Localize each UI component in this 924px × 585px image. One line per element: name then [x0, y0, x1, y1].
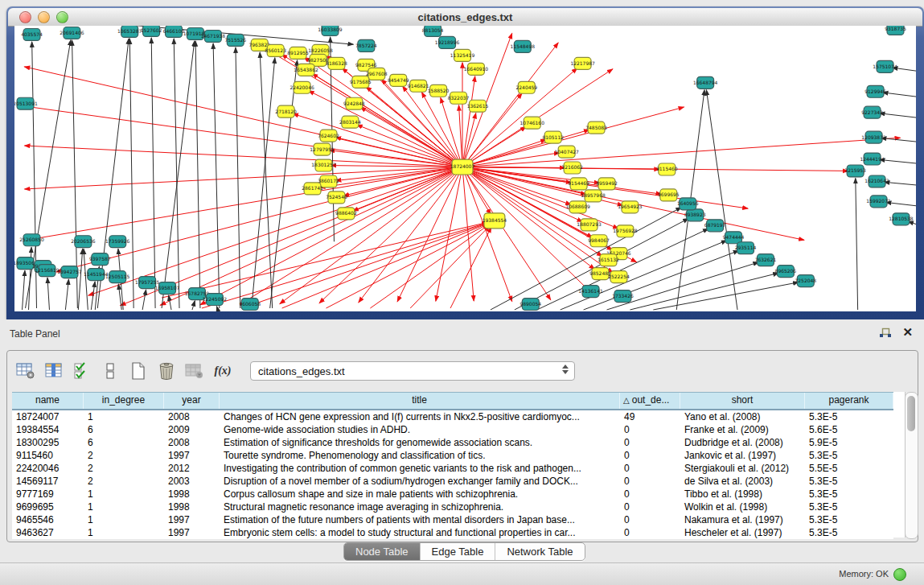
graph-node-label: 1362615	[467, 103, 489, 109]
tab-node-table[interactable]: Node Table	[344, 543, 420, 560]
graph-edge	[192, 301, 195, 310]
graph-node-label: 12810538	[889, 216, 914, 221]
graph-node-label: 8186328	[326, 60, 347, 66]
table-cell: Jankovic et al. (1997)	[680, 449, 805, 462]
minimize-window-button[interactable]	[38, 11, 50, 23]
graph-node-label: 9115460	[656, 166, 678, 171]
table-cell: 5.3E-5	[805, 501, 893, 513]
column-header-year[interactable]: year	[164, 393, 220, 409]
table-body: 1872400712008Changes of HCN gene express…	[12, 410, 893, 539]
function-builder-button[interactable]: f(x)	[212, 360, 233, 382]
graph-node-label: 16543862	[294, 67, 318, 72]
graph-node-label: 20691406	[60, 30, 84, 35]
graph-node-label: 8912955	[287, 50, 309, 56]
graph-node-label: 1615132	[598, 257, 619, 262]
delete-table-disabled-button[interactable]	[184, 360, 205, 382]
table-cell: 5.3E-5	[805, 513, 893, 526]
table-cell: 5.6E-5	[805, 423, 893, 436]
network-canvas[interactable]: 4035574206914061065328715276026466100107…	[14, 26, 916, 311]
table-right-gap	[893, 392, 906, 538]
graph-node-label: 7252048	[795, 278, 817, 283]
table-row[interactable]: 911546021997Tourette syndrome. Phenomeno…	[12, 449, 893, 462]
table-cell: 1	[84, 410, 164, 423]
table-row[interactable]: 969969511998Structural magnetic resonanc…	[12, 501, 893, 513]
graph-edge	[856, 178, 858, 310]
column-header-short[interactable]: short	[680, 393, 805, 409]
table-header-row: namein_degreeyeartitle△out_de...shortpag…	[12, 392, 893, 410]
graph-node-label: 2522254	[608, 274, 630, 279]
graph-edge	[213, 43, 220, 308]
graph-edge	[630, 273, 778, 310]
table-row[interactable]: 1938455462009Genome-wide association stu…	[12, 423, 893, 436]
column-header-pagerank[interactable]: pagerank	[805, 393, 893, 409]
table-cell: Genome-wide association studies in ADHD.	[220, 423, 620, 436]
table-row[interactable]: 1872400712008Changes of HCN gene express…	[12, 410, 893, 423]
graph-node-label: 7485083	[585, 125, 607, 130]
status-bar: Memory: OK	[0, 562, 924, 585]
close-window-button[interactable]	[19, 11, 31, 23]
graph-node-label: 7624602	[318, 133, 339, 138]
graph-node-label: 9318735	[885, 26, 906, 31]
graph-edge	[882, 93, 916, 97]
graph-node-label: 16958107	[155, 285, 180, 290]
citation-graph[interactable]: 4035574206914061065328715276026466100107…	[14, 26, 916, 311]
table-cell: 0	[620, 501, 680, 513]
row-height-button[interactable]	[100, 360, 121, 382]
table-cell: 0	[620, 436, 680, 449]
new-document-button[interactable]	[128, 360, 149, 382]
graph-node-label: 11548498	[511, 43, 536, 49]
graph-edge	[25, 146, 462, 167]
tab-edge-table[interactable]: Edge Table	[420, 543, 495, 560]
graph-node-label: 2240459	[515, 84, 537, 90]
graph-node-label: 19384554	[483, 217, 507, 223]
select-checkmarks-button[interactable]	[72, 360, 92, 382]
graph-node-label: 9242848	[343, 101, 365, 106]
node-table: namein_degreeyeartitle△out_de...shortpag…	[12, 392, 893, 539]
table-row[interactable]: 977716911998Corpus callosum shape and si…	[12, 488, 893, 501]
table-cell: 0	[620, 462, 680, 475]
table-row[interactable]: 1830029562008Estimation of significance …	[12, 436, 893, 449]
table-row[interactable]: 1456911722003Disruption of a novel membe…	[12, 475, 893, 488]
graph-node-label: 9886402	[335, 210, 357, 216]
table-selector-value: citations_edges.txt	[258, 365, 345, 377]
table-cell: 1997	[164, 526, 220, 539]
column-header-name[interactable]: name	[12, 393, 84, 409]
window-title-bar[interactable]: citations_edges.txt	[8, 8, 922, 27]
graph-node-label: 10688609	[565, 204, 590, 209]
table-row[interactable]: 946362711997Embryonic stem cells: a mode…	[12, 526, 893, 539]
graph-edge	[23, 270, 25, 310]
memory-status-indicator[interactable]	[893, 568, 906, 581]
table-cell: Changes of HCN gene expression and I(f) …	[220, 410, 620, 423]
column-header-in_degree[interactable]: in_degree	[84, 393, 164, 409]
table-cell: 9699695	[12, 501, 84, 513]
zoom-window-button[interactable]	[56, 11, 68, 23]
table-toolbar: f(x) citations_edges.txt	[15, 357, 575, 385]
tab-network-table[interactable]: Network Table	[495, 543, 584, 560]
table-cell: 0	[620, 526, 680, 539]
graph-node-label: 3860172	[318, 178, 339, 183]
graph-node-label: 12093872	[861, 134, 886, 140]
dropdown-arrows-icon	[562, 365, 569, 374]
table-cell: Corpus callosum shape and size in male p…	[220, 488, 620, 501]
graph-node-label: 1588520	[428, 88, 450, 93]
table-selector-dropdown[interactable]: citations_edges.txt	[250, 361, 575, 381]
table-cell: 1998	[164, 501, 220, 513]
close-panel-icon[interactable]: ✕	[902, 325, 913, 340]
table-settings-button[interactable]	[15, 360, 36, 382]
table-scrollbar[interactable]	[905, 392, 918, 539]
graph-node-label: 11325419	[450, 52, 475, 58]
table-scrollbar-thumb[interactable]	[907, 396, 915, 431]
graph-node-label: 8560123	[265, 47, 286, 53]
table-row[interactable]: 2242004622012Investigating the contribut…	[12, 462, 893, 475]
column-header-out_de[interactable]: △out_de...	[620, 393, 680, 409]
table-cell: Structural magnetic resonance image aver…	[220, 501, 620, 513]
table-row[interactable]: 946554611997Estimation of the future num…	[12, 513, 893, 526]
graph-node-label: 12156819	[35, 267, 60, 273]
column-visibility-button[interactable]	[43, 360, 64, 382]
float-panel-icon[interactable]	[879, 328, 892, 339]
table-cell: 18300295	[12, 436, 84, 449]
table-cell: 5.5E-5	[805, 462, 893, 475]
table-cell: 1	[84, 488, 164, 501]
column-header-title[interactable]: title	[220, 393, 620, 409]
trash-icon-button[interactable]	[156, 360, 177, 382]
